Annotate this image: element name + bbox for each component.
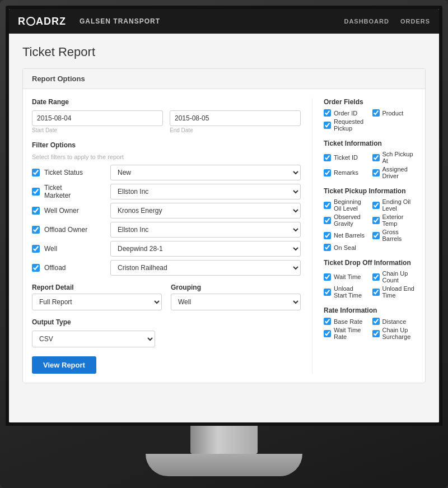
field-ticket-id: Ticket ID: [324, 151, 368, 164]
field-label-ticket-id: Ticket ID: [334, 154, 358, 161]
field-chain-up-surcharge: Chain Up Surcharge: [372, 327, 417, 340]
field-checkbox-order-id[interactable]: [324, 109, 331, 117]
filter-select-ticket-marketer[interactable]: Ellston Inc: [110, 184, 301, 199]
field-unload-end: Unload End Time: [372, 285, 417, 299]
nav-orders[interactable]: ORDERS: [400, 18, 430, 25]
field-checkbox-chain-up-count[interactable]: [372, 273, 380, 281]
view-report-button[interactable]: View Report: [32, 356, 96, 374]
field-label-distance: Distance: [382, 318, 407, 325]
field-label-base-rate: Base Rate: [334, 318, 362, 325]
field-exterior-temp: Exterior Temp: [372, 213, 417, 227]
filter-row-offload: Offload Criston Railhead: [32, 260, 301, 276]
field-label-product: Product: [382, 110, 404, 117]
order-fields-section: Order Fields Order ID Produc: [324, 98, 416, 132]
output-type-label: Output Type: [32, 318, 301, 326]
field-checkbox-on-seal[interactable]: [324, 244, 331, 251]
field-checkbox-assigned-driver[interactable]: [372, 169, 380, 176]
filter-label-offload-owner: Offload Owner: [44, 226, 106, 234]
order-fields-title: Order Fields: [324, 98, 416, 106]
field-checkbox-ending-oil[interactable]: [372, 202, 380, 209]
ticket-pickup-title: Ticket Pickup Information: [324, 187, 416, 195]
ticket-info-title: Ticket Information: [324, 140, 416, 147]
field-checkbox-gross-barrels[interactable]: [372, 232, 380, 239]
page-title: Ticket Report: [22, 45, 426, 59]
report-card: Report Options Date Range Start Date: [22, 68, 426, 383]
field-checkbox-observed-gravity[interactable]: [324, 217, 331, 224]
filter-select-offload-owner[interactable]: Ellston Inc: [110, 222, 301, 238]
report-detail-label: Report Detail: [32, 283, 162, 291]
field-label-assigned-driver: Assigned Driver: [382, 166, 417, 179]
logo: RADRZ: [18, 16, 66, 27]
ticket-dropoff-section: Ticket Drop Off Information Wait Time: [324, 259, 416, 299]
field-checkbox-chain-up-surcharge[interactable]: [372, 330, 380, 337]
field-checkbox-wait-time-rate[interactable]: [324, 330, 331, 337]
ticket-dropoff-title: Ticket Drop Off Information: [324, 259, 416, 267]
field-label-wait-time: Wait Time: [334, 273, 361, 280]
report-detail-select[interactable]: Full Report Summary: [32, 294, 162, 310]
field-checkbox-remarks[interactable]: [324, 169, 331, 176]
field-checkbox-base-rate[interactable]: [324, 318, 331, 325]
field-checkbox-beginning-oil[interactable]: [324, 202, 331, 209]
field-checkbox-unload-end[interactable]: [372, 289, 380, 296]
filter-row-ticket-marketer: TicketMarketer Ellston Inc: [32, 184, 301, 199]
field-checkbox-net-barrels[interactable]: [324, 232, 331, 239]
field-label-unload-end: Unload End Time: [382, 285, 417, 299]
filter-section: Filter Options Select filters to apply t…: [32, 141, 301, 276]
field-on-seal: On Seal: [324, 244, 368, 251]
filter-checkbox-ticket-status[interactable]: [32, 169, 40, 176]
field-distance: Distance: [372, 318, 417, 325]
filter-select-ticket-status[interactable]: New: [110, 165, 301, 180]
navbar-company: GALSEN TRANSPORT: [80, 17, 160, 25]
filter-options-label: Filter Options: [32, 141, 301, 149]
output-type-select[interactable]: CSV PDF Excel: [32, 331, 155, 347]
filter-checkbox-offload-owner[interactable]: [32, 226, 40, 234]
field-chain-up-count: Chain Up Count: [372, 270, 417, 283]
monitor-screen: RADRZ GALSEN TRANSPORT DASHBOARD ORDERS …: [9, 9, 439, 422]
field-checkbox-sch-pickup[interactable]: [372, 154, 380, 161]
field-checkbox-distance[interactable]: [372, 318, 380, 325]
field-checkbox-wait-time[interactable]: [324, 273, 331, 281]
nav-dashboard[interactable]: DASHBOARD: [344, 18, 389, 25]
field-checkbox-unload-start[interactable]: [324, 289, 331, 296]
field-checkbox-requested-pickup[interactable]: [324, 122, 331, 129]
field-label-chain-up-surcharge: Chain Up Surcharge: [382, 327, 417, 340]
filter-checkbox-ticket-marketer[interactable]: [32, 188, 40, 196]
grouping-select[interactable]: Well Driver None: [171, 294, 301, 310]
filter-select-offload[interactable]: Criston Railhead: [110, 260, 301, 276]
start-date-input[interactable]: [32, 110, 163, 126]
right-column: Order Fields Order ID Produc: [312, 98, 416, 374]
filter-label-well: Well: [44, 245, 106, 253]
field-requested-pickup: Requested Pickup: [324, 118, 368, 132]
monitor-stand: [6, 426, 442, 488]
field-checkbox-product[interactable]: [372, 109, 380, 117]
filter-checkbox-offload[interactable]: [32, 264, 40, 272]
start-date-hint: Start Date: [32, 127, 163, 133]
filter-checkbox-well[interactable]: [32, 245, 40, 253]
field-label-observed-gravity: Observed Gravity: [334, 213, 368, 227]
field-label-exterior-temp: Exterior Temp: [382, 213, 417, 227]
field-checkbox-exterior-temp[interactable]: [372, 217, 380, 224]
ticket-info-section: Ticket Information Ticket ID: [324, 140, 416, 179]
ticket-info-grid: Ticket ID Sch Pickup At Re: [324, 151, 416, 179]
filter-row-well: Well Deepwind 28-1: [32, 241, 301, 257]
field-product: Product: [372, 109, 417, 117]
field-label-order-id: Order ID: [334, 110, 357, 117]
field-observed-gravity: Observed Gravity: [324, 213, 368, 227]
field-label-net-barrels: Net Barrels: [334, 232, 365, 239]
field-unload-start: Unload Start Time: [324, 285, 368, 299]
logo-o-icon: [26, 17, 35, 26]
start-date-field: Start Date: [32, 110, 163, 133]
navbar: RADRZ GALSEN TRANSPORT DASHBOARD ORDERS: [9, 9, 439, 34]
filter-checkbox-well-owner[interactable]: [32, 207, 40, 215]
monitor-outer: RADRZ GALSEN TRANSPORT DASHBOARD ORDERS …: [0, 0, 448, 488]
filter-select-well[interactable]: Deepwind 28-1: [110, 241, 301, 257]
field-checkbox-ticket-id[interactable]: [324, 154, 331, 161]
field-gross-barrels: Gross Barrels: [372, 229, 417, 242]
rate-info-grid: Base Rate Distance Wait Ti: [324, 318, 416, 340]
filter-label-ticket-status: Ticket Status: [44, 169, 106, 176]
grouping-group: Grouping Well Driver None: [171, 283, 301, 310]
navbar-right: DASHBOARD ORDERS: [344, 18, 430, 25]
filter-label-offload: Offload: [44, 264, 106, 272]
filter-select-well-owner[interactable]: Kronos Energy: [110, 203, 301, 219]
end-date-input[interactable]: [170, 110, 301, 126]
